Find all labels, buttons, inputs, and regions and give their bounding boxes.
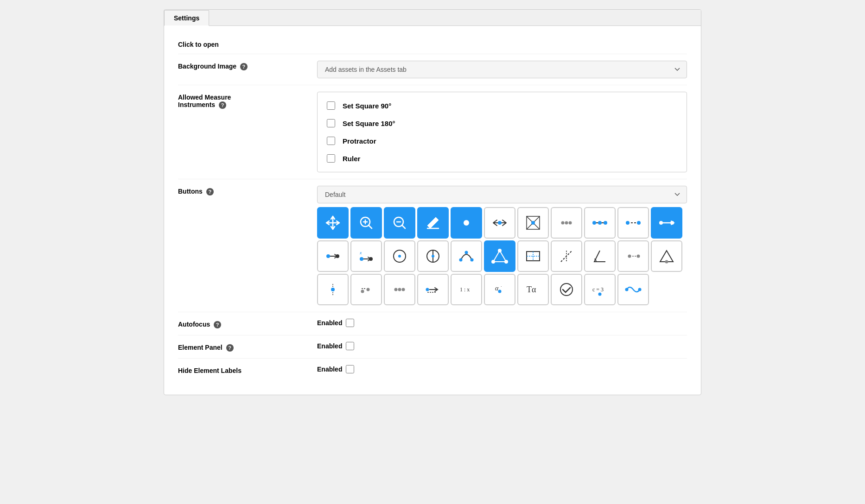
set-square-180-label[interactable]: Set Square 180°: [343, 120, 395, 127]
svg-point-19: [659, 221, 663, 225]
allowed-measure-label: Allowed MeasureInstruments ?: [178, 92, 317, 109]
ray-button[interactable]: [651, 207, 682, 239]
ruler-checkbox[interactable]: [327, 154, 335, 163]
click-to-open-row: Click to open: [178, 35, 687, 54]
svg-point-35: [504, 260, 508, 264]
svg-point-31: [459, 258, 463, 262]
svg-point-46: [331, 288, 335, 291]
rect-button[interactable]: [517, 240, 549, 272]
settings-content: Click to open Background Image ? Add ass…: [164, 26, 701, 395]
protractor-checkbox[interactable]: [327, 137, 335, 145]
svg-point-52: [394, 288, 398, 291]
buttons-grid: x: [317, 207, 687, 305]
background-image-row: Background Image ? Add assets in the Ass…: [178, 54, 687, 85]
buttons-select[interactable]: Default Custom: [317, 186, 687, 203]
point-button[interactable]: [451, 207, 482, 239]
three-dots-button[interactable]: [551, 207, 582, 239]
ratio-button[interactable]: 1 : x: [451, 274, 482, 305]
line-arrow-button[interactable]: [484, 207, 515, 239]
point-dot-dash-button[interactable]: [350, 274, 382, 305]
buttons-help-icon[interactable]: ?: [206, 188, 214, 195]
background-image-select[interactable]: Add assets in the Assets tab: [317, 61, 687, 78]
svg-text:Tα: Tα: [527, 285, 536, 294]
hide-labels-enabled-label: Enabled: [317, 365, 342, 373]
tri-outline-button[interactable]: [651, 240, 682, 272]
element-panel-row: Element Panel ? Enabled: [178, 335, 687, 359]
line-seg-button[interactable]: [584, 207, 616, 239]
text-alpha-button[interactable]: Tα: [517, 274, 549, 305]
tab-bar: Settings: [164, 10, 701, 26]
element-panel-enabled-row: Enabled: [317, 342, 687, 350]
svg-point-53: [398, 288, 401, 291]
arrow-step-button[interactable]: [317, 240, 349, 272]
autofocus-help-icon[interactable]: ?: [214, 321, 221, 328]
svg-point-2: [464, 220, 469, 226]
svg-point-67: [638, 288, 642, 291]
ruler-label[interactable]: Ruler: [343, 155, 360, 163]
zoom-out-button[interactable]: [384, 207, 415, 239]
set-square-180-checkbox[interactable]: [327, 119, 335, 127]
svg-point-10: [569, 221, 572, 225]
autofocus-checkbox[interactable]: [346, 319, 354, 327]
hide-labels-enabled-row: Enabled: [317, 365, 687, 373]
svg-point-9: [565, 221, 568, 225]
svg-point-17: [637, 221, 641, 225]
svg-text:1 : x: 1 : x: [460, 286, 470, 293]
circle-half-button[interactable]: [417, 240, 449, 272]
settings-tab[interactable]: Settings: [164, 10, 209, 26]
svg-point-3: [498, 221, 502, 225]
hide-labels-row: Hide Element Labels Enabled: [178, 359, 687, 381]
arc-button[interactable]: [451, 240, 482, 272]
triangle-button[interactable]: [484, 240, 515, 272]
svg-text:α: α: [495, 285, 499, 292]
svg-point-24: [360, 257, 363, 261]
svg-point-16: [626, 221, 630, 225]
dash-v-button[interactable]: [617, 240, 649, 272]
triple-dot-button[interactable]: [384, 274, 415, 305]
hide-labels-control: Enabled: [317, 365, 687, 373]
wave-button[interactable]: [617, 274, 649, 305]
hide-labels-checkbox[interactable]: [346, 365, 354, 373]
element-panel-control: Enabled: [317, 342, 687, 350]
angle-button[interactable]: [584, 240, 616, 272]
element-panel-help-icon[interactable]: ?: [226, 344, 234, 352]
move-button[interactable]: [317, 207, 349, 239]
svg-point-12: [592, 221, 596, 225]
protractor-label[interactable]: Protractor: [343, 137, 376, 145]
c-equals-button[interactable]: c = 3: [584, 274, 616, 305]
xform-step-button[interactable]: x: [350, 240, 382, 272]
buttons-label: Buttons ?: [178, 186, 317, 195]
svg-point-32: [465, 251, 468, 254]
element-panel-checkbox[interactable]: [346, 342, 354, 350]
svg-point-8: [561, 221, 565, 225]
svg-point-14: [604, 221, 607, 225]
svg-point-33: [471, 258, 474, 262]
buttons-control: Default Custom: [317, 186, 687, 305]
zoom-in-button[interactable]: [350, 207, 382, 239]
set-square-90-label[interactable]: Set Square 90°: [343, 102, 391, 110]
autofocus-row: Autofocus ? Enabled: [178, 312, 687, 335]
set-square-90-checkbox[interactable]: [327, 101, 335, 110]
point-dash-button[interactable]: [317, 274, 349, 305]
arrow-point-button[interactable]: [417, 274, 449, 305]
list-item: Set Square 180°: [318, 114, 687, 132]
background-image-help-icon[interactable]: ?: [240, 63, 248, 70]
settings-panel: Settings Click to open Background Image …: [164, 9, 701, 395]
svg-point-65: [598, 293, 602, 296]
circle-button[interactable]: [384, 240, 415, 272]
check-button[interactable]: [551, 274, 582, 305]
dash-seg-button[interactable]: [551, 240, 582, 272]
svg-point-22: [336, 254, 339, 258]
dash-line-button[interactable]: [617, 207, 649, 239]
alpha-angle-button[interactable]: α ·: [484, 274, 515, 305]
list-item: Ruler: [318, 150, 687, 167]
allowed-measure-help-icon[interactable]: ?: [219, 101, 226, 109]
svg-text:x: x: [359, 251, 362, 255]
autofocus-control: Enabled: [317, 319, 687, 327]
autofocus-enabled-label: Enabled: [317, 319, 342, 327]
instruments-list: Set Square 90° Set Square 180° Protracto…: [317, 92, 687, 172]
svg-point-13: [598, 221, 602, 225]
svg-point-45: [665, 260, 668, 264]
line-cross-button[interactable]: [517, 207, 549, 239]
erase-button[interactable]: [417, 207, 449, 239]
